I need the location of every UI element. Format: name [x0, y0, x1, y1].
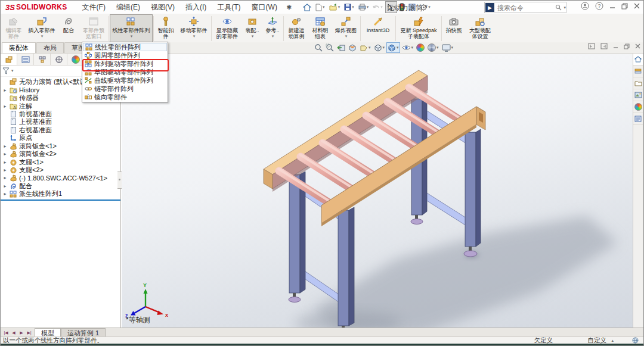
dropdown-caret[interactable]: ▾	[345, 33, 348, 39]
file-explorer-button[interactable]	[633, 77, 643, 89]
search-input[interactable]	[496, 4, 555, 12]
show-hidden-components-button[interactable]: 显示隐藏的零部件	[212, 14, 242, 43]
minimize-button[interactable]	[609, 3, 615, 9]
search-icon[interactable]	[555, 4, 562, 11]
tree-item-roller-sheetmetal-2[interactable]: ▸ 滚筒钣金<2>	[1, 150, 120, 158]
tab-property-manager[interactable]	[17, 54, 34, 65]
large-assembly-settings-button[interactable]: 大型装配体设置	[465, 14, 495, 43]
section-view-button[interactable]	[347, 42, 358, 53]
task-pane-home-button[interactable]	[633, 54, 643, 66]
zoom-to-area-button[interactable]	[324, 42, 335, 53]
close-button[interactable]	[634, 3, 640, 9]
pane-toggle-right-icon[interactable]	[600, 43, 608, 49]
bill-of-materials-button[interactable]: 材料明细表	[308, 14, 332, 43]
tree-item-right-plane[interactable]: 右视基准面	[1, 126, 120, 134]
menu-tools[interactable]: 工具(T)	[212, 1, 246, 14]
new-motion-study-button[interactable]: 新建运动算例	[284, 14, 308, 43]
pane-toggle-left-icon[interactable]	[588, 43, 595, 49]
custom-properties-button[interactable]	[633, 113, 643, 125]
tab-configuration-manager[interactable]	[34, 54, 51, 65]
expand-arrow[interactable]: ▸	[2, 151, 8, 157]
model-canvas[interactable]: Y x z	[122, 54, 633, 328]
menu-item-chain-pattern[interactable]: 链零部件阵列	[83, 85, 167, 93]
doc-minimize-button[interactable]	[613, 43, 618, 49]
filter-caret[interactable]: ▾	[11, 68, 14, 73]
expand-arrow[interactable]: ▸	[2, 183, 8, 189]
graphics-viewport[interactable]: Y x z *等轴测	[122, 54, 633, 328]
expand-arrow[interactable]: ▸	[2, 104, 8, 109]
tree-item-top-plane[interactable]: 上视基准面	[1, 118, 120, 126]
tree-item-derived-linear-pattern[interactable]: ▸ 派生线性阵列1	[1, 190, 120, 198]
dropdown-caret[interactable]: ▾	[41, 33, 44, 39]
edit-appearance-button[interactable]	[415, 42, 426, 53]
login-icon[interactable]	[581, 2, 589, 10]
tab-layout[interactable]: 布局	[36, 42, 64, 53]
menu-item-linear-pattern[interactable]: 线性零部件阵列	[83, 43, 167, 51]
menu-insert[interactable]: 插入(I)	[180, 1, 212, 14]
insert-component-button[interactable]: 插入零部件 ▾	[26, 14, 58, 43]
menu-item-pattern-driven-pattern[interactable]: 阵列驱动零部件阵列	[83, 60, 167, 68]
design-library-button[interactable]	[633, 66, 643, 77]
assembly-features-button[interactable]: 装配.. ▾	[242, 14, 262, 43]
mate-button[interactable]: 配合	[58, 14, 79, 43]
menu-view[interactable]: 视图(V)	[145, 1, 180, 14]
dropdown-caret[interactable]: ▾	[272, 33, 274, 39]
tree-item-annotations[interactable]: ▸ A 注解	[1, 102, 120, 110]
menu-item-sketch-driven-pattern[interactable]: 草图驱动零部件阵列	[83, 68, 167, 76]
expand-arrow[interactable]: ▸	[2, 175, 8, 180]
dynamic-annotation-button[interactable]: ▾	[358, 42, 372, 53]
dropdown-caret[interactable]: ▾	[252, 33, 254, 39]
view-orientation-button[interactable]: ▾	[386, 42, 400, 53]
edit-component-button[interactable]: 编辑零部件	[2, 14, 26, 43]
home-button[interactable]	[301, 1, 313, 13]
nav-next-button[interactable]: ▶	[18, 331, 25, 335]
tree-item-front-plane[interactable]: 前视基准面	[1, 110, 120, 118]
dropdown-caret[interactable]: ▾	[131, 33, 133, 39]
expand-arrow[interactable]: ▸	[2, 191, 8, 197]
nav-first-button[interactable]: |◀	[2, 331, 10, 335]
tree-item-mates[interactable]: ▸ 配合	[1, 182, 120, 190]
save-button[interactable]: ▾	[342, 1, 356, 13]
new-document-button[interactable]: ▾	[314, 1, 327, 13]
display-style-button[interactable]: ▾	[373, 42, 386, 53]
expand-arrow[interactable]: ▸	[2, 160, 8, 165]
nav-prev-button[interactable]: ◀	[10, 331, 17, 335]
help-icon[interactable]: ?	[595, 2, 603, 10]
previous-view-button[interactable]	[336, 42, 346, 53]
menu-file[interactable]: 文件(F)	[77, 1, 111, 14]
take-snapshot-button[interactable]: 拍快照	[442, 14, 465, 43]
exploded-view-button[interactable]: 爆炸视图 ▾	[332, 14, 360, 43]
nav-last-button[interactable]: ▶|	[26, 331, 33, 335]
expand-arrow[interactable]: ▸	[2, 144, 8, 149]
undo-button[interactable]: ▾	[371, 1, 385, 13]
move-component-button[interactable]: 移动零部件 ▾	[177, 14, 210, 43]
menu-edit[interactable]: 编辑(E)	[111, 1, 145, 14]
tree-item-leg-1[interactable]: ▸ 支腿<1>	[1, 158, 120, 166]
open-button[interactable]: ▾	[327, 1, 342, 13]
print-button[interactable]: ▾	[357, 1, 371, 13]
expand-arrow[interactable]: ▸	[2, 88, 8, 93]
appearances-scenes-button[interactable]	[633, 101, 643, 113]
linear-component-pattern-button[interactable]: 线性零部件阵列 ▾	[110, 14, 153, 43]
doc-close-button[interactable]	[635, 43, 640, 49]
tab-feature-manager[interactable]	[1, 54, 17, 65]
view-palette-button[interactable]	[633, 89, 643, 101]
globe-icon[interactable]	[632, 337, 639, 344]
tree-rollback-bar[interactable]	[1, 200, 120, 201]
menu-window[interactable]: 窗口(W)	[246, 1, 283, 14]
tree-item-origin[interactable]: 原点	[1, 134, 120, 142]
dropdown-caret[interactable]: ▾	[193, 33, 196, 39]
status-caret[interactable]: ▴	[611, 338, 614, 343]
update-speedpak-button[interactable]: 更新 Speedpak 子装配体	[397, 14, 441, 43]
reference-geometry-button[interactable]: 参考.. ▾	[262, 14, 283, 43]
filter-funnel-icon[interactable]	[2, 67, 10, 74]
tree-item-roller-sheetmetal-1[interactable]: ▸ 滚筒钣金<1>	[1, 142, 120, 150]
tree-item-leg-2[interactable]: ▸ 支腿<2>	[1, 166, 120, 174]
tab-dimxpert-manager[interactable]	[51, 54, 67, 65]
view-settings-button[interactable]: ▾	[441, 42, 455, 53]
expand-arrow[interactable]: ▸	[2, 167, 8, 173]
apply-scene-button[interactable]: ▾	[426, 42, 440, 53]
search-scope-caret[interactable]: ▾	[564, 5, 566, 10]
smart-fasteners-button[interactable]: 智能扣件	[154, 14, 177, 43]
menu-item-mirror-components[interactable]: 镜向零部件	[83, 93, 167, 101]
